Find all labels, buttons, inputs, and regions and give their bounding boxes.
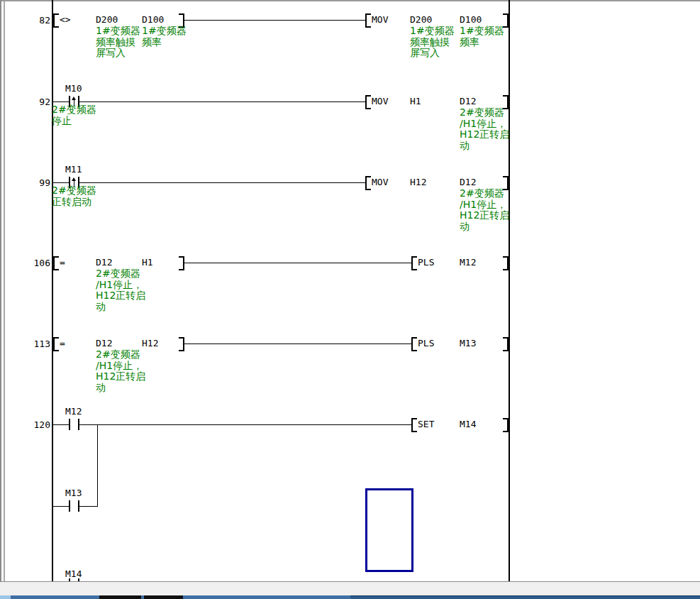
taskbar-tray-segment[interactable] [350, 595, 700, 599]
device-address[interactable]: M13 [460, 338, 476, 348]
compare-open-bracket [53, 256, 59, 270]
device-address[interactable]: H12 [142, 338, 158, 348]
no-contact[interactable] [69, 419, 70, 430]
instruction-mnemonic[interactable]: PLS [418, 338, 434, 348]
instruction-mnemonic[interactable]: PLS [418, 257, 434, 268]
device-address[interactable]: D12 [460, 96, 476, 106]
device-address[interactable]: H12 [410, 177, 426, 187]
device-address[interactable]: H1 [142, 257, 153, 268]
contact-label: M11 [65, 164, 82, 175]
ladder-editor-window: 82 <> D200 D100 MOV D200 D100 1#变频器频率触摸屏… [0, 0, 700, 599]
compare-open-bracket [53, 337, 59, 351]
instruction-open-bracket [365, 176, 371, 190]
contact-comment: 2#变频器正转启动 [52, 185, 96, 207]
instruction-open-bracket [365, 95, 371, 109]
taskbar-button[interactable] [11, 595, 99, 599]
step-number: 106 [0, 258, 50, 268]
wire [184, 20, 365, 21]
taskbar-button[interactable] [183, 595, 350, 599]
device-comment: 2#变频器/H1停止，H12正转启动 [460, 188, 509, 232]
wire [79, 506, 98, 507]
device-address[interactable]: D100 [460, 14, 482, 25]
instruction-close-bracket [503, 256, 509, 270]
instruction-mnemonic[interactable]: MOV [372, 14, 388, 25]
taskbar-button[interactable] [99, 595, 141, 599]
device-address[interactable]: D12 [96, 338, 112, 348]
wire [79, 182, 365, 183]
wire [79, 101, 365, 102]
no-contact[interactable] [69, 500, 70, 512]
instruction-close-bracket [503, 418, 509, 432]
device-address[interactable]: D12 [460, 177, 476, 187]
wire [184, 344, 411, 344]
taskbar-strip [0, 595, 700, 599]
compare-close-bracket [179, 337, 184, 351]
horizontal-scrollbar-area[interactable] [0, 581, 700, 595]
device-comment: 1#变频器频率 [460, 26, 504, 48]
wire [184, 263, 411, 263]
step-number: 120 [0, 419, 50, 430]
compare-open-bracket [53, 13, 59, 28]
wire [53, 424, 69, 425]
device-address[interactable]: D100 [142, 14, 164, 25]
taskbar-button[interactable] [144, 595, 183, 599]
instruction-mnemonic[interactable]: MOV [372, 96, 388, 106]
compare-operator[interactable]: <> [60, 14, 71, 25]
device-address[interactable]: H1 [410, 96, 421, 106]
window-left-border [0, 0, 1, 595]
contact-label: M10 [65, 83, 82, 94]
device-comment: 2#变频器/H1停止，H12正转启动 [96, 268, 145, 312]
instruction-open-bracket [365, 13, 371, 28]
wire [79, 424, 411, 425]
instruction-open-bracket [411, 256, 417, 270]
wire [53, 506, 69, 507]
left-power-rail [52, 0, 53, 581]
instruction-close-bracket [503, 337, 509, 351]
step-number: 92 [0, 97, 50, 107]
instruction-open-bracket [411, 337, 417, 351]
right-power-rail [509, 0, 510, 581]
device-comment: 2#变频器/H1停止，H12正转启动 [96, 349, 145, 393]
device-address[interactable]: D12 [96, 257, 112, 268]
device-comment: 1#变频器频率触摸屏写入 [410, 26, 455, 59]
device-comment: 2#变频器/H1停止，H12正转启动 [460, 107, 509, 151]
contact-comment: 2#变频器停止 [52, 104, 96, 126]
instruction-mnemonic[interactable]: SET [418, 419, 434, 429]
step-number: 113 [0, 339, 50, 349]
device-address[interactable]: M14 [460, 419, 476, 429]
step-number: 82 [0, 15, 50, 26]
compare-operator[interactable]: = [60, 257, 65, 268]
step-number: 99 [0, 177, 50, 188]
device-comment: 1#变频器频率 [142, 26, 187, 48]
compare-operator[interactable]: = [60, 338, 65, 348]
pane-divider-line [4, 1, 5, 581]
device-address[interactable]: D200 [96, 14, 118, 25]
branch-wire [97, 424, 98, 507]
taskbar-start-segment[interactable] [0, 595, 11, 599]
instruction-mnemonic[interactable]: MOV [372, 177, 388, 187]
device-address[interactable]: D200 [410, 14, 432, 25]
wire [53, 182, 69, 183]
contact-label: M12 [65, 406, 82, 417]
instruction-open-bracket [411, 418, 417, 432]
compare-close-bracket [179, 256, 184, 270]
edit-cursor[interactable] [365, 488, 413, 572]
contact-label: M14 [65, 568, 82, 579]
wire [53, 101, 69, 102]
device-comment: 1#变频器频率触摸屏写入 [96, 26, 140, 59]
window-top-border [0, 0, 700, 1]
device-address[interactable]: M12 [460, 257, 476, 268]
contact-label: M13 [65, 488, 82, 498]
